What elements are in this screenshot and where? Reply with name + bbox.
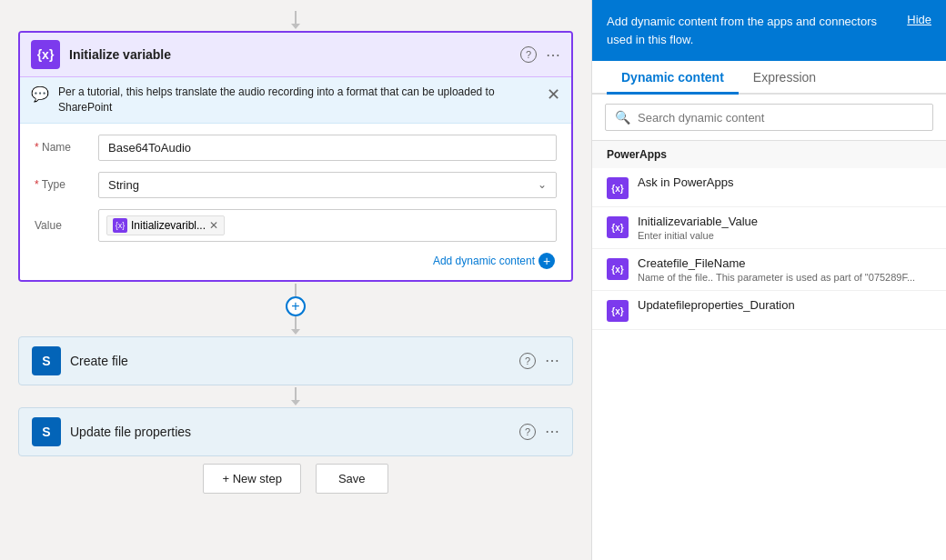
bottom-actions: + New step Save bbox=[203, 464, 387, 494]
dynamic-item-icon-2: {x} bbox=[607, 258, 629, 280]
value-label: Value bbox=[35, 219, 89, 232]
tag-icon-inner: {x} bbox=[116, 221, 126, 230]
add-dynamic-button[interactable]: Add dynamic content + bbox=[433, 253, 555, 269]
connector-arrowhead-3 bbox=[291, 400, 300, 405]
connector-line-2 bbox=[295, 284, 297, 296]
more-options-button[interactable]: ⋯ bbox=[546, 46, 560, 64]
update-file-help-button[interactable]: ? bbox=[519, 424, 536, 440]
update-file-more-button[interactable]: ⋯ bbox=[545, 423, 559, 440]
top-connector bbox=[291, 11, 300, 29]
init-var-header: {x} Initialize variable ? ⋯ bbox=[20, 33, 571, 77]
value-tag: {x} Initializevaribl... ✕ bbox=[106, 215, 225, 235]
info-icon: 💬 bbox=[31, 85, 49, 103]
connector-line-3 bbox=[295, 316, 297, 329]
dynamic-item-icon-3: {x} bbox=[607, 300, 629, 322]
add-dynamic-container: Add dynamic content + bbox=[35, 253, 557, 269]
info-banner: 💬 Per a tutorial, this helps translate t… bbox=[20, 77, 571, 124]
middle-connector bbox=[291, 387, 300, 405]
panel-header-text: Add dynamic content from the apps and co… bbox=[607, 13, 898, 48]
update-file-title: Update file properties bbox=[70, 425, 510, 439]
search-container: 🔍 bbox=[592, 95, 946, 141]
create-file-more-button[interactable]: ⋯ bbox=[545, 352, 559, 369]
info-banner-text: Per a tutorial, this helps translate the… bbox=[58, 85, 538, 115]
dynamic-item-0[interactable]: {x} Ask in PowerApps bbox=[592, 168, 946, 207]
value-field[interactable]: {x} Initializevaribl... ✕ bbox=[98, 209, 557, 242]
connector-arrowhead-2 bbox=[291, 329, 300, 335]
connector-line-4 bbox=[295, 387, 297, 400]
init-var-card: {x} Initialize variable ? ⋯ 💬 Per a tuto… bbox=[18, 31, 573, 282]
plus-connector: + bbox=[286, 284, 306, 335]
tag-close-button[interactable]: ✕ bbox=[209, 219, 218, 232]
dynamic-item-content-0: Ask in PowerApps bbox=[638, 175, 931, 189]
init-var-icon: {x} bbox=[31, 40, 60, 69]
dynamic-item-3[interactable]: {x} Updatefileproperties_Duration bbox=[592, 291, 946, 330]
update-file-actions: ? ⋯ bbox=[519, 423, 559, 440]
create-file-actions: ? ⋯ bbox=[519, 352, 559, 369]
name-input[interactable] bbox=[98, 135, 557, 161]
type-select[interactable]: String ⌄ bbox=[98, 172, 557, 198]
connector-arrowhead bbox=[291, 24, 300, 29]
new-step-button[interactable]: + New step bbox=[203, 464, 300, 494]
name-label: Name bbox=[35, 141, 89, 154]
init-var-title: Initialize variable bbox=[69, 47, 511, 62]
type-select-value: String bbox=[108, 178, 538, 192]
dynamic-item-desc-2: Name of the file.. This parameter is use… bbox=[638, 272, 931, 283]
update-file-card: S Update file properties ? ⋯ bbox=[18, 407, 573, 456]
tab-dynamic-content[interactable]: Dynamic content bbox=[607, 61, 739, 95]
dynamic-item-title-3: Updatefileproperties_Duration bbox=[638, 298, 931, 312]
dynamic-item-1[interactable]: {x} Initializevariable_Value Enter initi… bbox=[592, 207, 946, 249]
update-file-icon: S bbox=[32, 417, 61, 446]
type-label: Type bbox=[35, 178, 89, 191]
dynamic-item-content-1: Initializevariable_Value Enter initial v… bbox=[638, 215, 931, 241]
card-body: Name Type String ⌄ Value {x} bbox=[20, 124, 571, 280]
help-button[interactable]: ? bbox=[520, 46, 537, 63]
dynamic-item-content-3: Updatefileproperties_Duration bbox=[638, 298, 931, 312]
section-header: PowerApps bbox=[592, 141, 946, 168]
header-actions: ? ⋯ bbox=[520, 46, 560, 64]
create-file-help-button[interactable]: ? bbox=[519, 353, 536, 369]
tab-expression[interactable]: Expression bbox=[739, 61, 830, 95]
add-step-button[interactable]: + bbox=[286, 296, 306, 316]
dynamic-item-content-2: Createfile_FileName Name of the file.. T… bbox=[638, 256, 931, 283]
dynamic-item-2[interactable]: {x} Createfile_FileName Name of the file… bbox=[592, 249, 946, 291]
value-row: Value {x} Initializevaribl... ✕ bbox=[35, 209, 557, 242]
chevron-down-icon: ⌄ bbox=[538, 178, 547, 191]
add-dynamic-label: Add dynamic content bbox=[433, 255, 535, 267]
type-row: Type String ⌄ bbox=[35, 172, 557, 198]
panel-tabs: Dynamic content Expression bbox=[592, 61, 946, 95]
tag-icon: {x} bbox=[113, 218, 127, 233]
dynamic-item-icon-1: {x} bbox=[607, 216, 629, 238]
connector-line bbox=[295, 11, 297, 24]
dynamic-panel: Add dynamic content from the apps and co… bbox=[591, 0, 946, 560]
save-button[interactable]: Save bbox=[316, 464, 388, 494]
hide-panel-button[interactable]: Hide bbox=[907, 13, 931, 26]
info-close-button[interactable]: ✕ bbox=[547, 85, 560, 105]
search-box: 🔍 bbox=[605, 104, 933, 131]
create-file-icon: S bbox=[32, 346, 61, 375]
dynamic-item-title-1: Initializevariable_Value bbox=[638, 215, 931, 228]
dynamic-item-desc-1: Enter initial value bbox=[638, 230, 931, 241]
search-icon: 🔍 bbox=[615, 110, 630, 125]
name-row: Name bbox=[35, 135, 557, 161]
panel-header: Add dynamic content from the apps and co… bbox=[592, 0, 946, 61]
dynamic-item-title-0: Ask in PowerApps bbox=[638, 175, 931, 189]
create-file-card: S Create file ? ⋯ bbox=[18, 336, 573, 385]
tag-label: Initializevaribl... bbox=[131, 219, 206, 232]
main-canvas: {x} Initialize variable ? ⋯ 💬 Per a tuto… bbox=[0, 0, 591, 560]
dynamic-item-icon-0: {x} bbox=[607, 177, 629, 199]
add-dynamic-plus-icon: + bbox=[538, 253, 555, 269]
search-input[interactable] bbox=[638, 111, 923, 125]
dynamic-item-title-2: Createfile_FileName bbox=[638, 256, 931, 270]
create-file-title: Create file bbox=[70, 354, 510, 368]
